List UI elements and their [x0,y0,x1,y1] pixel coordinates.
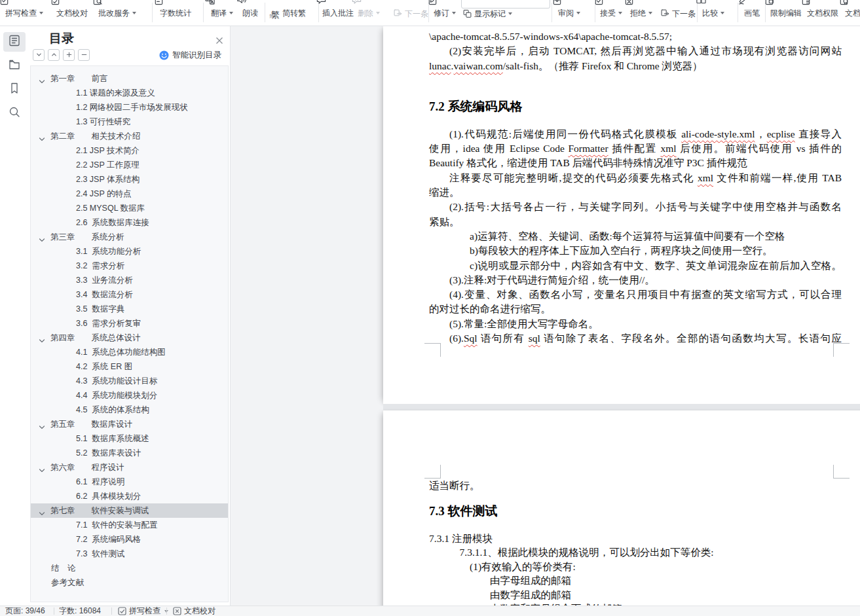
toc-item[interactable]: 5.1 数据库系统概述 [31,431,228,446]
toc-item[interactable]: 2.4 JSP 的特点 [31,187,228,201]
toolbar-button-label: 文档校对 [56,9,88,18]
toc-item[interactable]: 3.2 需求分析 [31,259,228,273]
doc-line: 使用，idea 使用 Eclipse Code Formatter 插件配置 x… [429,141,842,156]
toc-item[interactable]: 3.1 系统功能分析 [31,244,228,259]
toc-item[interactable]: 结 论 [31,561,228,575]
toc-item[interactable]: 7.3 软件测试 [31,547,228,561]
toc-item[interactable]: 2.2 JSP 工作原理 [31,158,228,172]
toc-item[interactable]: 6.2 具体模块划分 [31,489,228,503]
toc-item-label: 4.2 系统 ER 图 [76,359,132,374]
doc-line: (1)有效输入的等价类有: [429,560,842,574]
markup-state-combobox[interactable] [461,0,550,9]
doc-line: (2)安装完毕后，启动 TOMCAT, 然后再浏览器中输入通过市场现有浏览器访问… [429,44,842,58]
toolbar-button-label: 批改服务 [98,9,130,18]
toc-chapter-number: 第六章 [50,463,75,472]
toc-chapter-title: 前言 [92,74,108,83]
toolbar-button-label: 下一条 [405,9,428,18]
doc-text-segment: 插件配置 [608,143,661,154]
toc-item[interactable]: 6.1 程序说明 [31,475,228,489]
toolbar-button-label: 文档认证 [845,9,860,18]
toc-item[interactable]: 第四章系统总体设计 [31,331,228,345]
doc-text-segment: Beautify 格式化，缩进使用 TAB 后端代码非特殊情况准守 P3C 插件… [429,157,747,168]
toc-item[interactable]: 第二章相关技术介绍 [31,129,228,143]
collapse-all-button[interactable] [48,49,60,61]
toc-item[interactable]: 参考文献 [31,575,228,590]
doc-text-segment: a)运算符、空格、关键词、函数:每个运算符与运算值中间要有一个空格 [470,230,785,242]
toc-item[interactable]: 3.3 业务流分析 [31,273,228,287]
spellcheck-checked-icon [118,607,126,615]
toc-item[interactable]: 4.5 系统的体系结构 [31,403,228,417]
toc-item[interactable]: 5.2 数据库表设计 [31,446,228,460]
doc-text-segment: /salt-fish。（推荐 Firefox 和 Chrome 浏览器） [503,60,703,71]
toc-item[interactable]: 第三章系统分析 [31,230,228,244]
page-indicator[interactable]: 页面: 39/46 [5,606,45,616]
expand-all-icon [35,49,43,61]
toc-item-label: 7.3 软件测试 [76,547,124,561]
toc-item[interactable]: 1.2 网络校园二手市场发展现状 [31,100,228,115]
expand-all-button[interactable] [33,49,45,61]
rail-button-chapter-nav[interactable] [3,56,26,76]
toc-item[interactable]: 第一章前言 [31,71,228,86]
toolbar-button-label: 朗读 [242,9,258,18]
doc-line: c)说明或显示部分中，内容如含有中文、数字、英文单词混杂应在前后加入空格。 [429,259,842,273]
toc-item[interactable]: 1.1 课题的来源及意义 [31,86,228,100]
toolbar-button-label: 限制编辑 [770,9,802,18]
toc-item[interactable]: 4.4 系统功能模块划分 [31,388,228,403]
misspelled-text: vaiwan.com [453,60,502,71]
doc-line: Beautify 格式化，缩进使用 TAB 后端代码非特殊情况准守 P3C 插件… [429,156,842,170]
toc-item[interactable]: 4.3 系统功能设计目标 [31,374,228,388]
toc-item[interactable]: 3.6 需求分析复审 [31,316,228,331]
restrict-editing-icon [764,0,777,7]
toc-item[interactable]: 4.2 系统 ER 图 [31,359,228,374]
toolbar-button-label: 拒绝 [630,9,646,18]
chevron-down-icon [720,12,724,14]
toc-item[interactable]: 3.4 数据流分析 [31,287,228,302]
toc-item-label: 5.2 数据库表设计 [76,446,141,460]
plus-button[interactable] [63,49,75,61]
chevron-down-icon [648,12,652,14]
rail-button-search[interactable] [3,103,26,123]
track-changes-icon [427,0,440,7]
toc-item-label: 2.2 JSP 工作原理 [76,158,140,172]
toc-item[interactable]: 3.5 数据字典 [31,302,228,316]
doc-proofread-label: 文档校对 [184,606,215,616]
toc-item-label: 4.3 系统功能设计目标 [76,374,157,388]
toc-item-label: 6.2 具体模块划分 [76,489,141,503]
toolbar-button-label: 删除 [358,9,373,18]
misspelled-text: ecplise [767,128,795,139]
rail-button-bookmark[interactable] [3,80,26,100]
chevron-down-icon [452,12,456,14]
doc-text-segment: \apache-tomcat-8.5.57-windows-x64\apache… [429,31,672,42]
status-separator [111,607,112,615]
smart-recognize-toc-button[interactable]: 智能识别目录 [159,49,221,61]
insert-comment-icon [316,0,329,7]
word-count-indicator[interactable]: 字数: 16084 [59,606,101,616]
show-markup-icon [462,9,474,18]
toolbar-button-label: 字数统计 [160,9,191,18]
toc-item-label: 2.4 JSP 的特点 [76,187,132,201]
toolbar-button-label: 文档权限 [807,9,838,18]
close-icon[interactable] [214,35,225,46]
chevron-down-icon [132,12,136,14]
toc-item[interactable]: 2.5 MYSQL 数据库 [31,201,228,215]
toc-chapter-number: 第七章 [50,506,75,515]
toc-item[interactable]: 2.1 JSP 技术简介 [31,143,228,158]
toc-item[interactable]: 1.3 可行性研究 [31,115,228,129]
toc-item[interactable]: 4.1 系统总体功能结构图 [31,345,228,359]
margin-corner-mark [424,343,441,357]
ink-pen-icon [738,0,751,7]
misspelled-text: Sql [464,333,477,344]
doc-proofread-toggle[interactable]: 文档校对 [173,606,215,616]
toc-item[interactable]: 2.3 JSP 体系结构 [31,172,228,187]
toc-item[interactable]: 第七章软件安装与调试 [31,503,228,518]
toc-item-label: 3.4 数据流分析 [76,287,133,302]
toc-item[interactable]: 2.6 系统数据库连接 [31,215,228,230]
minus-button[interactable] [78,49,90,61]
toc-item[interactable]: 7.1 软件的安装与配置 [31,518,228,532]
document-area[interactable]: \apache-tomcat-8.5.57-windows-x64\apache… [231,26,860,606]
toc-item[interactable]: 7.2 系统编码风格 [31,532,228,547]
toc-item[interactable]: 第六章程序设计 [31,460,228,475]
toc-item[interactable]: 第五章数据库设计 [31,417,228,431]
rail-button-toc-nav[interactable] [3,32,26,52]
spellcheck-toggle[interactable]: 拼写检查 [118,606,168,616]
